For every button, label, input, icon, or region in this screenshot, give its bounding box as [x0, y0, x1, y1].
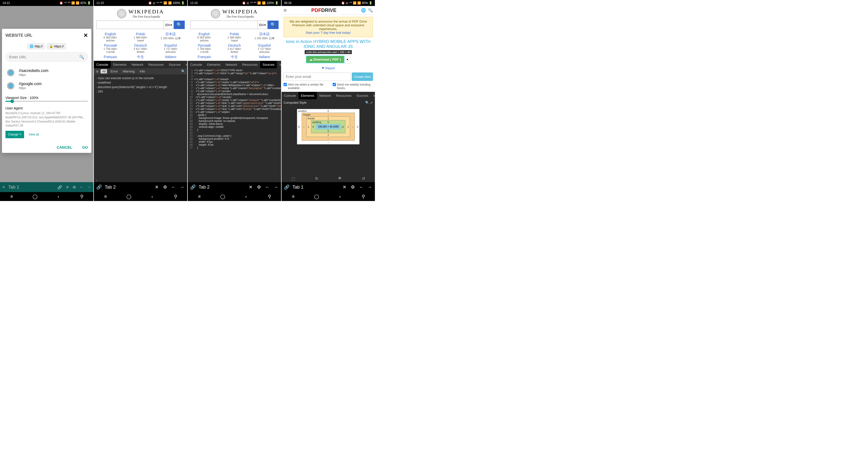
devtools-tab-resources[interactable]: Resources: [240, 61, 260, 68]
wiki-search-input[interactable]: [190, 21, 258, 29]
home-icon[interactable]: ◯: [220, 194, 226, 200]
recent-icon[interactable]: ≡: [290, 194, 296, 200]
lang-link[interactable]: Español1 717 000+artículos: [250, 43, 279, 53]
filter-warning[interactable]: Warning: [121, 69, 136, 73]
menu-icon[interactable]: ≡: [2, 185, 5, 189]
collapse-icon[interactable]: ⤢: [370, 101, 373, 104]
link-icon[interactable]: 🔗: [96, 185, 102, 190]
link-icon[interactable]: 🔗: [57, 185, 62, 190]
lang-link[interactable]: Русский1 756 000+статей: [190, 43, 219, 53]
eye-icon[interactable]: 👁: [338, 176, 342, 181]
create-alert-button[interactable]: Create Alert: [352, 72, 373, 81]
close-icon[interactable]: ✕: [66, 185, 69, 190]
devtools-tab-sources[interactable]: Sources: [354, 92, 371, 99]
filter-error[interactable]: Error: [109, 69, 119, 73]
link-icon[interactable]: 🔗: [284, 185, 289, 190]
home-icon[interactable]: ◯: [126, 194, 132, 200]
recent-icon[interactable]: ≡: [9, 194, 14, 200]
history-item[interactable]: 🌐 //sacredwits.com https: [5, 66, 88, 79]
console-body[interactable]: ›//you can execute custom js in the cons…: [94, 74, 187, 178]
chk-similar[interactable]: Alert me when a similar file available.: [283, 83, 329, 90]
forward-icon[interactable]: →: [87, 185, 91, 189]
forward-icon[interactable]: →: [367, 185, 372, 190]
accessibility-icon[interactable]: ⚲: [173, 194, 179, 200]
scheme-https[interactable]: 🔒 https://: [47, 43, 66, 49]
devtools-tab-network[interactable]: Network: [317, 92, 334, 99]
search-icon[interactable]: 🔍: [79, 55, 84, 59]
download-button[interactable]: ☁ Download ( PDF ): [306, 56, 344, 63]
accessibility-icon[interactable]: ⚲: [79, 194, 85, 200]
trial-link[interactable]: Start your 7-day free trial today!: [306, 31, 351, 34]
devtools-tab-info[interactable]: Info: [183, 61, 188, 68]
devtools-tab-network[interactable]: Network: [129, 61, 146, 68]
devtools-tab-resources[interactable]: Resources: [334, 92, 354, 99]
lang-link[interactable]: Deutsch2 617 000+Artikel: [220, 43, 249, 53]
lang-link[interactable]: 中文: [220, 55, 249, 59]
back-icon[interactable]: ←: [80, 185, 84, 189]
url-input[interactable]: [9, 55, 79, 59]
globe-icon[interactable]: 🌐: [361, 8, 366, 13]
home-icon[interactable]: ◯: [314, 194, 319, 200]
devtools-tab-console[interactable]: Console: [188, 61, 205, 68]
lang-link[interactable]: Italiano: [250, 55, 279, 59]
refresh-icon[interactable]: ↻: [315, 176, 318, 181]
scheme-http[interactable]: 🌐 http://: [27, 43, 45, 49]
pick-icon[interactable]: ⬚: [291, 176, 295, 181]
url-input-wrap[interactable]: 🔍: [5, 53, 88, 62]
pdfdrive-logo[interactable]: PDFDRIVE: [289, 7, 359, 13]
devtools-tab-console[interactable]: Console: [94, 61, 111, 68]
block-icon[interactable]: ⊘: [96, 69, 99, 73]
lang-link[interactable]: Polski1 490 000+haseł: [220, 32, 249, 42]
back-icon[interactable]: ←: [265, 185, 270, 190]
recent-icon[interactable]: ≡: [102, 194, 108, 200]
lang-link[interactable]: 中文: [126, 55, 155, 59]
close-icon[interactable]: ✕: [84, 32, 88, 39]
gear-icon[interactable]: ⚙: [162, 185, 168, 190]
chk-trending[interactable]: Send me weekly trending books.: [333, 83, 373, 90]
lang-link[interactable]: Español1 717 000+artículos: [156, 43, 185, 53]
gear-icon[interactable]: ⚙: [256, 185, 262, 190]
go-button[interactable]: GO: [82, 145, 88, 149]
lang-link[interactable]: Deutsch2 617 000+Artikel: [126, 43, 155, 53]
expander[interactable]: ›: [94, 178, 187, 182]
devtools-tab-info[interactable]: Info: [371, 92, 375, 99]
accessibility-icon[interactable]: ⚲: [360, 194, 366, 200]
download-caret[interactable]: ▾: [344, 56, 350, 63]
devtools-tab-elements[interactable]: Elements: [205, 61, 223, 68]
back-icon[interactable]: ←: [171, 185, 176, 190]
lang-link[interactable]: Français: [190, 55, 219, 59]
search-button[interactable]: 🔍: [174, 21, 185, 29]
gear-icon[interactable]: ⚙: [350, 185, 355, 190]
source-body[interactable]: 1<"c-attr">class="c-el">!DOCTYPE html>2<…: [188, 68, 281, 182]
devtools-tab-resources[interactable]: Resources: [146, 61, 166, 68]
filter-all[interactable]: All: [100, 69, 107, 73]
lang-link[interactable]: Italiano: [156, 55, 185, 59]
devtools-tab-sources[interactable]: Sources: [260, 61, 277, 68]
viewport-slider[interactable]: [5, 101, 88, 102]
lang-link[interactable]: 日本語1 292 000+ 記事: [156, 32, 185, 42]
forward-icon[interactable]: →: [273, 185, 279, 190]
lang-link[interactable]: Polski1 490 000+haseł: [126, 32, 155, 42]
lang-link[interactable]: Français: [96, 55, 125, 59]
book-title[interactable]: Ionic in Action HYBRID MOBILE APPS WITH …: [282, 39, 375, 49]
close-icon[interactable]: ✕: [248, 185, 253, 190]
devtools-tab-elements[interactable]: Elements: [111, 61, 129, 68]
home-icon[interactable]: ◯: [32, 194, 38, 200]
close-icon[interactable]: ✕: [154, 185, 159, 190]
forward-icon[interactable]: →: [179, 185, 185, 190]
search-button[interactable]: 🔍: [268, 21, 279, 29]
devtools-tab-info[interactable]: Info: [277, 61, 282, 68]
back-icon[interactable]: ‹: [149, 194, 155, 200]
lang-link[interactable]: English6 383 000+articles: [190, 32, 219, 42]
search-icon[interactable]: 🔍: [368, 8, 373, 13]
history-item[interactable]: 🌐 //google.com https: [5, 79, 88, 92]
lang-link[interactable]: 日本語1 292 000+ 記事: [250, 32, 279, 42]
menu-icon[interactable]: ≡: [283, 7, 287, 14]
devtools-tab-network[interactable]: Network: [223, 61, 240, 68]
back-icon[interactable]: ‹: [243, 194, 249, 200]
change-button[interactable]: Change ✎: [5, 131, 24, 138]
viewall-button[interactable]: View all: [26, 131, 41, 138]
back-icon[interactable]: ‹: [55, 194, 61, 200]
devtools-tab-elements[interactable]: Elements: [299, 92, 317, 99]
email-input[interactable]: [283, 72, 351, 81]
